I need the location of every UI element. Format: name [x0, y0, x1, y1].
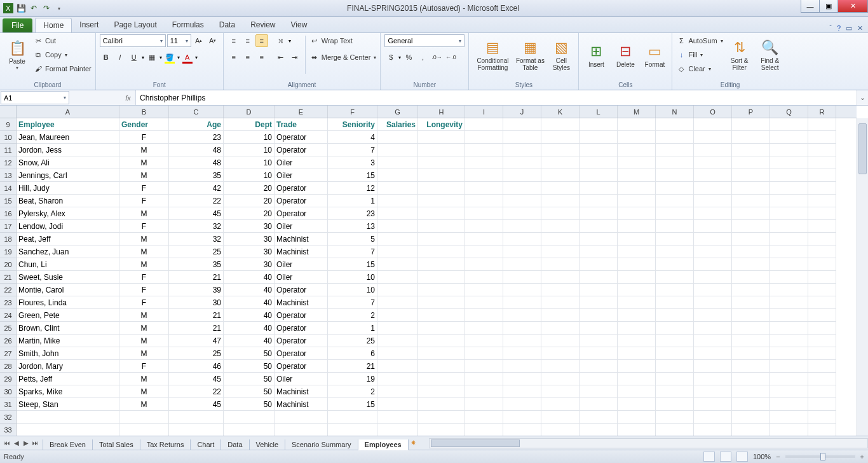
- cell-G26[interactable]: [377, 335, 418, 347]
- cell-D24[interactable]: 40: [224, 309, 275, 322]
- formula-input[interactable]: [136, 90, 857, 105]
- cell-K33[interactable]: [541, 424, 580, 436]
- sheet-tab-vehicle[interactable]: Vehicle: [249, 439, 285, 450]
- cell-J12[interactable]: [503, 156, 541, 169]
- cell-G25[interactable]: [377, 322, 418, 335]
- align-middle-button[interactable]: ≡: [241, 34, 254, 47]
- cell-E15[interactable]: Operator: [275, 195, 328, 207]
- cell-M32[interactable]: [618, 411, 656, 424]
- cell-E11[interactable]: Operator: [275, 144, 328, 156]
- cell-R26[interactable]: [808, 335, 836, 347]
- cell-O10[interactable]: [694, 131, 732, 144]
- cell-O17[interactable]: [694, 220, 732, 233]
- orientation-button[interactable]: ⤭: [275, 34, 287, 47]
- clear-button[interactable]: ◇Clear▾: [676, 62, 722, 75]
- cell-F14[interactable]: 12: [328, 182, 377, 195]
- cell-H16[interactable]: [418, 207, 465, 220]
- cell-B31[interactable]: M: [119, 398, 169, 411]
- cell-N17[interactable]: [656, 220, 694, 233]
- cell-G17[interactable]: [377, 220, 418, 233]
- cell-K22[interactable]: [541, 284, 580, 296]
- cell-C23[interactable]: 30: [169, 296, 224, 309]
- cell-F12[interactable]: 3: [328, 156, 377, 169]
- cell-B20[interactable]: M: [119, 258, 169, 271]
- cell-B23[interactable]: F: [119, 296, 169, 309]
- cell-K18[interactable]: [541, 233, 580, 245]
- increase-decimal-button[interactable]: .0→: [430, 51, 443, 64]
- cell-K10[interactable]: [541, 131, 580, 144]
- cell-A20[interactable]: Chun, Li: [17, 258, 119, 271]
- cell-H11[interactable]: [418, 144, 465, 156]
- cell-O29[interactable]: [694, 373, 732, 385]
- cell-H10[interactable]: [418, 131, 465, 144]
- row-header-28[interactable]: 28: [0, 360, 16, 373]
- cell-O23[interactable]: [694, 296, 732, 309]
- cell-P12[interactable]: [732, 156, 770, 169]
- cell-E19[interactable]: Machinist: [275, 245, 328, 258]
- cell-B11[interactable]: M: [119, 144, 169, 156]
- cell-Q19[interactable]: [770, 245, 808, 258]
- cell-E24[interactable]: Operator: [275, 309, 328, 322]
- cell-N26[interactable]: [656, 335, 694, 347]
- cell-C19[interactable]: 25: [169, 245, 224, 258]
- cell-E22[interactable]: Operator: [275, 284, 328, 296]
- file-tab[interactable]: File: [3, 18, 32, 32]
- cell-M16[interactable]: [618, 207, 656, 220]
- cell-F15[interactable]: 1: [328, 195, 377, 207]
- cell-I27[interactable]: [465, 347, 503, 360]
- cell-E20[interactable]: Oiler: [275, 258, 328, 271]
- cell-F18[interactable]: 5: [328, 233, 377, 245]
- cell-Q21[interactable]: [770, 271, 808, 284]
- cell-P33[interactable]: [732, 424, 770, 436]
- cell-R21[interactable]: [808, 271, 836, 284]
- fill-button[interactable]: ↓Fill▾: [676, 48, 722, 61]
- cell-M11[interactable]: [618, 144, 656, 156]
- col-header-G[interactable]: G: [377, 106, 418, 118]
- cell-A29[interactable]: Petts, Jeff: [17, 373, 119, 385]
- cell-J17[interactable]: [503, 220, 541, 233]
- sheet-nav-prev-icon[interactable]: ◀: [12, 439, 21, 446]
- cell-L17[interactable]: [580, 220, 618, 233]
- row-header-27[interactable]: 27: [0, 347, 16, 360]
- zoom-in-button[interactable]: +: [860, 453, 864, 460]
- cell-C14[interactable]: 42: [169, 182, 224, 195]
- cell-Q32[interactable]: [770, 411, 808, 424]
- cell-Q22[interactable]: [770, 284, 808, 296]
- cell-G10[interactable]: [377, 131, 418, 144]
- cell-I29[interactable]: [465, 373, 503, 385]
- cell-E30[interactable]: Machinist: [275, 385, 328, 398]
- minimize-button[interactable]: ―: [801, 0, 820, 13]
- cell-E14[interactable]: Operator: [275, 182, 328, 195]
- cell-P21[interactable]: [732, 271, 770, 284]
- cell-A26[interactable]: Martin, Mike: [17, 335, 119, 347]
- cell-D22[interactable]: 40: [224, 284, 275, 296]
- cell-N20[interactable]: [656, 258, 694, 271]
- cell-F27[interactable]: 6: [328, 347, 377, 360]
- cell-O16[interactable]: [694, 207, 732, 220]
- cell-J23[interactable]: [503, 296, 541, 309]
- cell-I11[interactable]: [465, 144, 503, 156]
- cell-H21[interactable]: [418, 271, 465, 284]
- row-header-23[interactable]: 23: [0, 296, 16, 309]
- cell-P15[interactable]: [732, 195, 770, 207]
- cell-C10[interactable]: 23: [169, 131, 224, 144]
- cell-H20[interactable]: [418, 258, 465, 271]
- cell-C31[interactable]: 45: [169, 398, 224, 411]
- cell-N23[interactable]: [656, 296, 694, 309]
- col-header-R[interactable]: R: [808, 106, 836, 118]
- cell-O11[interactable]: [694, 144, 732, 156]
- cell-C21[interactable]: 21: [169, 271, 224, 284]
- cell-L21[interactable]: [580, 271, 618, 284]
- row-header-15[interactable]: 15: [0, 195, 16, 207]
- name-box[interactable]: A1▾: [1, 91, 69, 104]
- col-header-C[interactable]: C: [169, 106, 224, 118]
- cell-F33[interactable]: [328, 424, 377, 436]
- cell-A27[interactable]: Smith, John: [17, 347, 119, 360]
- cell-E18[interactable]: Machinist: [275, 233, 328, 245]
- cell-O19[interactable]: [694, 245, 732, 258]
- cell-B32[interactable]: [119, 411, 169, 424]
- comma-button[interactable]: ,: [416, 51, 429, 64]
- cell-D11[interactable]: 10: [224, 144, 275, 156]
- cell-M13[interactable]: [618, 169, 656, 182]
- cell-P19[interactable]: [732, 245, 770, 258]
